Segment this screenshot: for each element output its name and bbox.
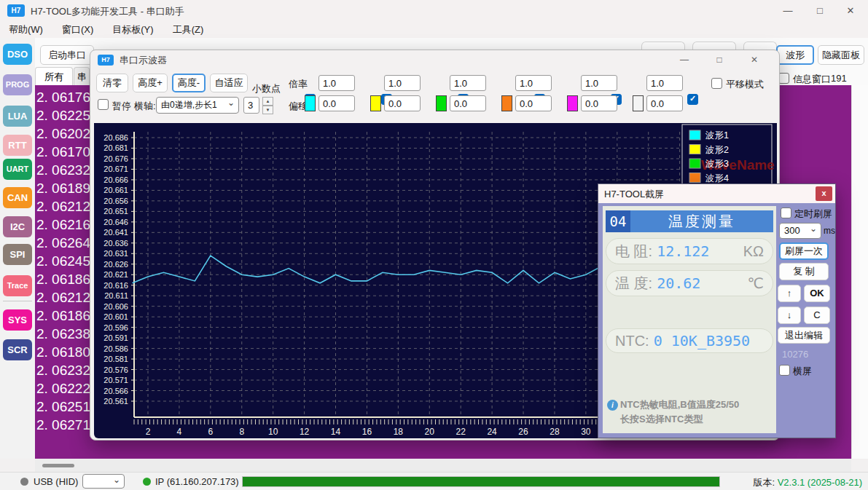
menu-item-window[interactable]: 窗口(X): [62, 23, 93, 36]
window-close-button[interactable]: ✕: [834, 0, 867, 22]
app-root: H7 H7-TOOL多功能开发工具 - 串口助手 — □ ✕ 帮助(W) 窗口(…: [0, 0, 868, 490]
down-button[interactable]: ↓: [778, 307, 801, 324]
pan-mode-checkbox[interactable]: [711, 78, 722, 89]
y-axis-label: 20.681: [103, 143, 128, 152]
x-axis-label: 28: [550, 427, 560, 437]
channel-6-color-swatch[interactable]: [633, 95, 644, 111]
hide-panel-button[interactable]: 隐藏面板: [818, 45, 864, 65]
capture-close-button[interactable]: x: [816, 186, 832, 201]
interval-select[interactable]: 300: [779, 223, 821, 239]
horizontal-scrollbar-thumb[interactable]: [42, 464, 74, 467]
pause-checkbox[interactable]: [98, 99, 109, 110]
channel-1-scale-input[interactable]: [318, 75, 355, 91]
haxis-select[interactable]: 由0递增,步长1: [156, 97, 239, 114]
status-bar: USB (HID) IP (61.160.207.173) 版本: V2.3.1…: [0, 472, 868, 490]
app-logo-icon: H7: [7, 4, 25, 17]
height-plus-button[interactable]: 高度+: [133, 74, 168, 92]
serial-list-row: 2. 061704: [35, 143, 90, 161]
capture-dialog-titlebar: H7-TOOL截屏 x: [598, 184, 835, 203]
channel-6-enable-checkbox[interactable]: [687, 94, 698, 105]
sidebar-item-prog[interactable]: PROG: [3, 74, 32, 95]
channel-3-offset-input[interactable]: [450, 95, 486, 111]
x-axis-label: 4: [177, 427, 182, 437]
menu-item-targetboard[interactable]: 目标板(Y): [112, 23, 153, 36]
window-maximize-button[interactable]: □: [804, 0, 836, 22]
horizontal-scrollbar[interactable]: [35, 459, 851, 472]
scope-minimize-button[interactable]: —: [670, 50, 699, 69]
legend-item[interactable]: 波形2: [705, 145, 729, 155]
sidebar-item-uart[interactable]: UART: [3, 159, 32, 180]
sidebar-item-trace[interactable]: Trace: [3, 275, 32, 296]
serial-list-row: 2. 062127: [35, 288, 90, 307]
decimal-spinner[interactable]: ▲▼: [262, 97, 273, 114]
copy-button[interactable]: 复 制: [779, 263, 829, 280]
channel-5-scale-input[interactable]: [581, 75, 617, 91]
menu-item-tools[interactable]: 工具(Z): [173, 23, 204, 36]
tab-all[interactable]: 所有: [35, 67, 73, 85]
pan-mode-label: 平移模式: [726, 78, 764, 91]
sidebar-item-can[interactable]: CAN: [3, 187, 32, 208]
sidebar-item-spi[interactable]: SPI: [3, 244, 32, 265]
c-button[interactable]: C: [804, 307, 830, 324]
channel-5-offset-input[interactable]: [581, 95, 617, 111]
serial-list-row: 2. 062224: [35, 379, 90, 398]
info-window-checkbox[interactable]: [778, 73, 789, 84]
channel-2-scale-input[interactable]: [384, 75, 421, 91]
scale-label: 倍率: [289, 78, 308, 91]
legend-item[interactable]: 波形3: [705, 159, 729, 169]
sidebar-item-dso[interactable]: DSO: [3, 44, 32, 65]
channel-1-color-swatch[interactable]: [305, 95, 316, 111]
sidebar-item-lua[interactable]: LUA: [3, 106, 32, 127]
channel-6-scale-input[interactable]: [646, 75, 683, 91]
y-axis-label: 20.626: [103, 260, 128, 269]
counter-value: 10276: [782, 349, 808, 360]
channel-4-color-swatch[interactable]: [501, 95, 512, 111]
channel-3-color-swatch[interactable]: [436, 95, 447, 111]
channel-5-color-swatch[interactable]: [567, 95, 578, 111]
x-axis-label: 16: [362, 427, 372, 437]
channel-6-offset-input[interactable]: [646, 95, 683, 111]
channel-4-scale-input[interactable]: [515, 75, 552, 91]
menu-item-help[interactable]: 帮助(W): [9, 23, 43, 36]
screen-page-number: 04: [606, 210, 630, 232]
y-axis-label: 20.576: [103, 365, 128, 374]
channel-3-scale-input[interactable]: [450, 75, 486, 91]
scope-maximize-button[interactable]: □: [705, 50, 734, 69]
window-minimize-button[interactable]: —: [772, 0, 804, 22]
channel-1-offset-input[interactable]: [318, 95, 355, 111]
spin-up-icon[interactable]: ▲: [262, 97, 273, 106]
exit-edit-button[interactable]: 退出编辑: [778, 327, 830, 344]
tab-serial[interactable]: 串口: [74, 67, 90, 85]
landscape-checkbox[interactable]: [779, 365, 790, 376]
screen-title: 温度测量: [630, 210, 773, 232]
sidebar-item-sys[interactable]: SYS: [3, 309, 32, 331]
channel-2-offset-input[interactable]: [384, 95, 421, 111]
waveform-button[interactable]: 波形: [776, 45, 814, 65]
sidebar-item-i2c[interactable]: I2C: [3, 216, 32, 237]
channel-4-offset-input[interactable]: [515, 95, 552, 111]
timer-refresh-checkbox[interactable]: [781, 208, 791, 218]
window-title: H7-TOOL多功能开发工具 - 串口助手: [31, 5, 184, 18]
y-axis-label: 20.631: [103, 249, 128, 258]
height-minus-button[interactable]: 高度-: [172, 74, 206, 92]
spin-down-icon[interactable]: ▼: [262, 106, 273, 114]
scope-logo-icon: H7: [98, 55, 114, 66]
legend-item[interactable]: 波形4: [705, 173, 729, 183]
refresh-once-button[interactable]: 刷屏一次: [779, 242, 829, 260]
ok-button[interactable]: OK: [804, 285, 830, 302]
channel-2-color-swatch[interactable]: [370, 95, 381, 111]
scope-close-button[interactable]: ✕: [740, 50, 769, 69]
port-select[interactable]: [82, 474, 125, 489]
landscape-label: 横屏: [793, 365, 812, 378]
sidebar-item-scr[interactable]: SCR: [3, 339, 32, 360]
autofit-button[interactable]: 自适应: [210, 74, 248, 92]
decimal-input[interactable]: [243, 97, 259, 114]
legend-item[interactable]: 波形1: [705, 130, 729, 141]
vertical-scrollbar[interactable]: [851, 85, 868, 459]
sidebar-item-rtt[interactable]: RTT: [3, 135, 32, 156]
y-axis-label: 20.641: [103, 228, 128, 237]
clear-button[interactable]: 清零: [96, 74, 128, 92]
temperature-label: 温 度:: [615, 274, 652, 293]
start-serial-button[interactable]: 启动串口: [40, 45, 94, 65]
up-button[interactable]: ↑: [778, 285, 801, 302]
